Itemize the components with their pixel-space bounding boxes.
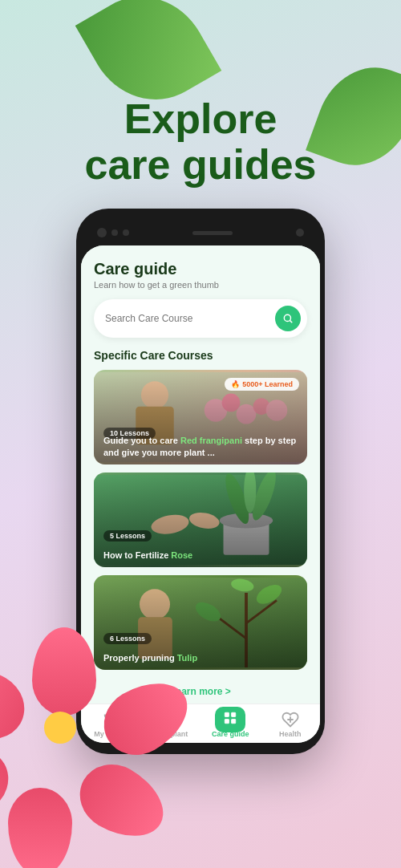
svg-rect-30 (232, 712, 236, 716)
health-label: Health (279, 730, 302, 738)
camera-dot (111, 229, 118, 236)
nav-health[interactable]: Health (268, 711, 312, 738)
search-bar[interactable] (94, 299, 307, 338)
search-icon (282, 313, 294, 324)
page-subtitle: Learn how to get a green thumb (94, 280, 307, 290)
hero-title: Explore care guides (0, 96, 401, 188)
card-description-1: Guide you to care Red frangipani step by… (103, 435, 298, 458)
svg-rect-32 (232, 720, 236, 724)
course-card-1[interactable]: 🔥 5000+ Learned 10 Lessons Guide you to … (94, 370, 307, 464)
phone-notch (81, 223, 320, 242)
care-guide-label: Care guide (212, 730, 249, 738)
main-title: Explore care guides (0, 96, 401, 188)
care-guide-icon (221, 711, 239, 728)
hot-badge: 🔥 5000+ Learned (225, 378, 299, 391)
section-title: Specific Care Courses (94, 349, 307, 362)
course-card-2[interactable]: 5 Lessons How to Fertilize Rose (94, 473, 307, 567)
camera-lens (97, 228, 107, 237)
svg-rect-31 (225, 720, 229, 724)
screen-content: Care guide Learn how to get a green thum… (81, 245, 320, 704)
nav-care-guide[interactable]: Care guide (209, 711, 253, 738)
speaker (192, 231, 233, 235)
search-input[interactable] (105, 313, 275, 324)
svg-rect-29 (225, 712, 229, 716)
svg-line-1 (290, 321, 293, 323)
search-button[interactable] (275, 306, 301, 331)
lessons-badge-2: 5 Lessons (103, 530, 152, 541)
health-icon (282, 711, 299, 728)
camera-dot-2 (123, 229, 129, 236)
card-description-2: How to Fertilize Rose (103, 550, 298, 561)
camera-area (97, 228, 129, 237)
front-camera (296, 229, 304, 237)
flower-decoration (0, 643, 144, 804)
lessons-badge-3: 6 Lessons (103, 633, 152, 644)
svg-point-0 (284, 314, 290, 321)
page-title: Care guide (94, 260, 307, 278)
